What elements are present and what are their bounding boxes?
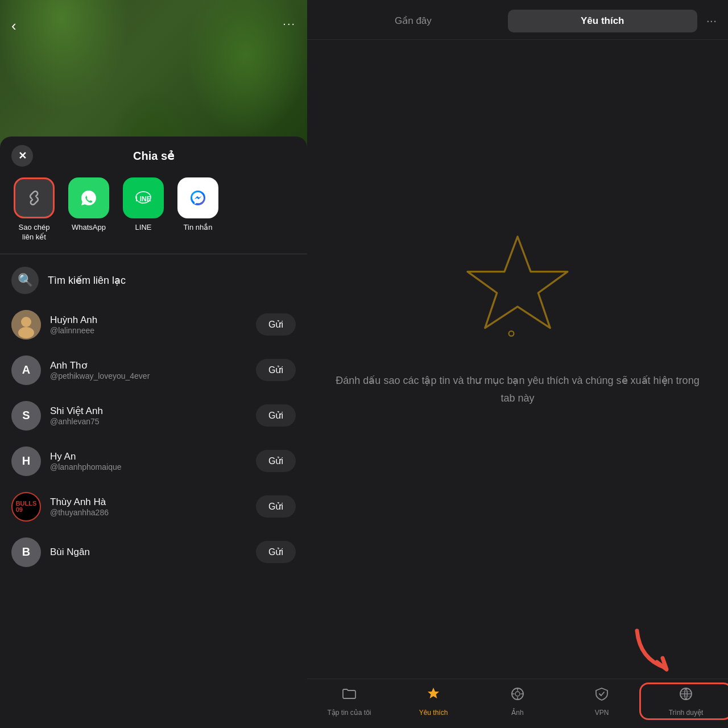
contact-row: S Shi Việt Anh @anhlevan75 Gửi <box>0 393 307 439</box>
tab-item-favorites[interactable]: Yêu thích <box>391 686 475 717</box>
contact-info-thuyanhhha: Thùy Anh Hà @thuyanhha286 <box>50 497 247 517</box>
share-title: Chia sẻ <box>133 149 174 163</box>
contact-handle: @thuyanhha286 <box>50 508 247 517</box>
contact-info-shivietanh: Shi Việt Anh @anhlevan75 <box>50 405 247 426</box>
search-row[interactable]: 🔍 Tìm kiếm liên lạc <box>0 259 307 302</box>
star-tab-icon <box>425 686 441 706</box>
contact-row: B Bùi Ngân Gửi <box>0 530 307 575</box>
contact-row: BULLS09 Thùy Anh Hà @thuyanhha286 Gửi <box>0 484 307 530</box>
tab-item-browser[interactable]: Trình duyệt <box>644 686 728 717</box>
send-button-huynhanh[interactable]: Gửi <box>256 313 296 336</box>
files-label: Tập tin của tôi <box>327 709 371 717</box>
share-header: ✕ Chia sẻ <box>0 136 307 172</box>
app-item-whatsapp[interactable]: WhatsApp <box>66 177 111 242</box>
contact-name: Anh Thơ <box>50 359 247 371</box>
whatsapp-label: WhatsApp <box>72 223 106 233</box>
app-item-copy-link[interactable]: Sao chépliên kết <box>11 177 57 242</box>
divider <box>0 254 307 254</box>
vpn-label: VPN <box>595 709 609 717</box>
tab-item-vpn[interactable]: VPN <box>560 686 644 717</box>
more-options-button[interactable]: ··· <box>706 14 717 28</box>
favorites-label: Yêu thích <box>419 709 448 717</box>
svg-point-7 <box>21 317 31 327</box>
contact-name: Thùy Anh Hà <box>50 497 247 508</box>
contact-handle: @anhlevan75 <box>50 417 247 426</box>
folder-icon <box>341 686 357 706</box>
bottom-tabbar: Tập tin của tôi Yêu thích Ảnh <box>307 679 728 728</box>
back-button[interactable]: ‹ <box>11 17 16 35</box>
avatar-thuyanhhha: BULLS09 <box>11 492 41 522</box>
contact-info-buingan: Bùi Ngân <box>50 547 247 558</box>
avatar-anhtho: A <box>11 355 41 385</box>
contact-info-hyan: Hy An @lananh​phomaique <box>50 451 247 471</box>
photos-icon <box>510 686 526 706</box>
contact-name: Shi Việt Anh <box>50 405 247 417</box>
send-button-hyan[interactable]: Gửi <box>256 450 296 472</box>
bulls-logo: BULLS09 <box>16 500 37 513</box>
contact-info-anhtho: Anh Thơ @pethikway_loveyou_4ever <box>50 359 247 380</box>
svg-point-9 <box>509 331 514 336</box>
contact-row: H Hy An @lananh​phomaique Gửi <box>0 439 307 484</box>
messenger-icon <box>177 177 218 218</box>
line-icon: LINE <box>123 177 164 218</box>
tab-item-files[interactable]: Tập tin của tôi <box>307 686 391 717</box>
more-button[interactable]: ··· <box>283 17 296 30</box>
app-item-messenger[interactable]: Tin nhắn <box>175 177 221 242</box>
line-label: LINE <box>135 223 152 233</box>
contact-name: Huỳnh Anh <box>50 315 247 326</box>
svg-point-8 <box>18 327 34 338</box>
close-button[interactable]: ✕ <box>11 145 33 167</box>
right-panel: Gần đây Yêu thích ··· Đánh dấu sao các t… <box>307 0 728 728</box>
whatsapp-icon <box>68 177 109 218</box>
avatar-shivietanh: S <box>11 401 41 431</box>
contact-handle: @lalinnneee <box>50 326 247 335</box>
contact-name: Bùi Ngân <box>50 547 247 558</box>
share-sheet: ✕ Chia sẻ Sao chépliên kết <box>0 136 307 728</box>
send-button-thuyanhhha[interactable]: Gửi <box>256 495 296 518</box>
vpn-icon <box>594 686 610 706</box>
contact-info-huynhanh: Huỳnh Anh @lalinnneee <box>50 315 247 335</box>
right-header: Gần đây Yêu thích ··· <box>307 0 728 40</box>
avatar-hyan: H <box>11 446 41 476</box>
contact-name: Hy An <box>50 451 247 462</box>
browser-highlight <box>639 682 728 720</box>
contact-handle: @pethikway_loveyou_4ever <box>50 371 247 380</box>
app-item-line[interactable]: LINE LINE <box>121 177 166 242</box>
contact-row: A Anh Thơ @pethikway_loveyou_4ever Gửi <box>0 348 307 393</box>
copy-link-icon <box>14 177 55 218</box>
avatar-huynhanh <box>11 310 41 340</box>
favorites-content: Đánh dấu sao các tập tin và thư mục bạn … <box>307 40 728 625</box>
apps-row: Sao chépliên kết WhatsApp <box>0 172 307 254</box>
tab-recent[interactable]: Gần đây <box>318 9 508 32</box>
copy-link-label: Sao chépliên kết <box>19 223 50 242</box>
send-button-shivietanh[interactable]: Gửi <box>256 404 296 427</box>
avatar-buingan: B <box>11 537 41 567</box>
svg-point-11 <box>515 692 520 696</box>
contact-handle: @lananh​phomaique <box>50 462 247 471</box>
messenger-label: Tin nhắn <box>184 223 213 233</box>
contact-row: Huỳnh Anh @lalinnneee Gửi <box>0 302 307 348</box>
search-icon: 🔍 <box>11 267 39 294</box>
star-icon <box>455 224 580 349</box>
search-label: Tìm kiếm liên lạc <box>48 274 126 287</box>
send-button-anhtho[interactable]: Gửi <box>256 359 296 381</box>
left-panel: ‹ ··· ✕ Chia sẻ Sao chépliên kết <box>0 0 307 728</box>
photos-label: Ảnh <box>511 709 523 717</box>
empty-state-text: Đánh dấu sao các tập tin và thư mục bạn … <box>330 372 705 407</box>
tab-item-photos[interactable]: Ảnh <box>475 686 560 717</box>
tab-favorites[interactable]: Yêu thích <box>508 10 697 32</box>
send-button-buingan[interactable]: Gửi <box>256 541 296 563</box>
red-arrow <box>631 625 677 676</box>
svg-text:LINE: LINE <box>135 195 151 203</box>
